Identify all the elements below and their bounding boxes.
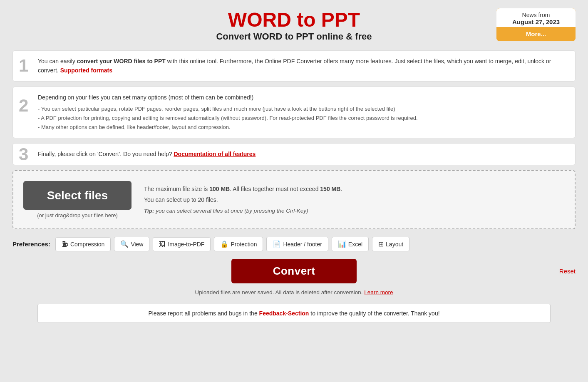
feedback-box: Please report all problems and bugs in t… (37, 304, 551, 323)
step-3-text: Finally, please click on 'Convert'. Do y… (38, 149, 568, 159)
preferences-row: Preferences: 🗜 Compression 🔍 View 🖼 Imag… (12, 237, 576, 251)
feedback-section-link[interactable]: Feedback-Section (259, 310, 309, 317)
step-2-box: 2 Depending on your files you can set ma… (12, 87, 576, 139)
drag-drop-hint: (or just drag&drop your files here) (37, 212, 118, 218)
pref-layout-button[interactable]: ⊞ Layout (372, 237, 409, 251)
convert-button[interactable]: Convert (231, 259, 357, 283)
news-date: August 27, 2023 (501, 18, 571, 25)
pref-view-button[interactable]: 🔍 View (114, 237, 149, 251)
news-box-bottom[interactable]: More... (496, 27, 576, 41)
learn-more-link[interactable]: Learn more (364, 289, 393, 295)
pref-protection-label: Protection (231, 241, 257, 248)
header-footer-icon: 📄 (273, 240, 281, 248)
step-1-box: 1 You can easily convert your WORD files… (12, 50, 576, 82)
pref-image-to-pdf-label: Image-to-PDF (168, 241, 204, 248)
convert-row: Convert Reset (12, 259, 576, 283)
news-box-top: News from August 27, 2023 (496, 8, 576, 27)
upload-file-count: You can select up to 20 files. (144, 194, 342, 206)
privacy-text: Uploaded files are never saved. All data… (12, 289, 576, 295)
pref-image-to-pdf-button[interactable]: 🖼 Image-to-PDF (153, 237, 211, 251)
view-icon: 🔍 (120, 240, 129, 248)
news-label: News from (522, 12, 550, 18)
step-1-number: 1 (19, 57, 28, 74)
layout-icon: ⊞ (378, 240, 384, 248)
compression-icon: 🗜 (62, 241, 68, 248)
upload-info: The maximum file size is 100 MB. All fil… (144, 184, 342, 216)
pref-compression-label: Compression (70, 241, 104, 248)
main-title: WORD to PPT (12, 8, 576, 31)
upload-size-info: The maximum file size is 100 MB. All fil… (144, 184, 342, 195)
sub-title: Convert WORD to PPT online & free (12, 31, 576, 42)
pref-layout-label: Layout (386, 241, 403, 248)
pref-excel-label: Excel (348, 241, 362, 248)
step-3-number: 3 (19, 146, 28, 163)
reset-link[interactable]: Reset (559, 268, 576, 275)
step-2-number: 2 (19, 97, 28, 114)
pref-protection-button[interactable]: 🔒 Protection (214, 237, 263, 251)
step-3-box: 3 Finally, please click on 'Convert'. Do… (12, 143, 576, 165)
preferences-label: Preferences: (12, 241, 50, 248)
step-2-text: Depending on your files you can set many… (38, 93, 568, 102)
supported-formats-link[interactable]: Supported formats (60, 67, 112, 74)
news-more-link[interactable]: More... (526, 30, 546, 37)
header-area: WORD to PPT Convert WORD to PPT online &… (12, 8, 576, 42)
protection-icon: 🔒 (220, 240, 228, 248)
documentation-link[interactable]: Documentation of all features (174, 151, 256, 157)
pref-header-footer-label: Header / footer (283, 241, 322, 248)
excel-icon: 📊 (338, 240, 346, 248)
upload-tip: Tip: you can select several files at onc… (144, 206, 342, 216)
upload-area: Select files (or just drag&drop your fil… (12, 170, 576, 230)
pref-view-label: View (131, 241, 143, 248)
news-box: News from August 27, 2023 More... (496, 8, 576, 41)
pref-header-footer-button[interactable]: 📄 Header / footer (266, 237, 328, 251)
select-files-button[interactable]: Select files (23, 181, 131, 210)
step-2-sub: - You can select particular pages, rotat… (38, 104, 568, 132)
pref-compression-button[interactable]: 🗜 Compression (55, 237, 111, 251)
pref-excel-button[interactable]: 📊 Excel (332, 237, 369, 251)
step-1-text: You can easily convert your WORD files t… (38, 57, 568, 75)
image-to-pdf-icon: 🖼 (159, 241, 166, 248)
